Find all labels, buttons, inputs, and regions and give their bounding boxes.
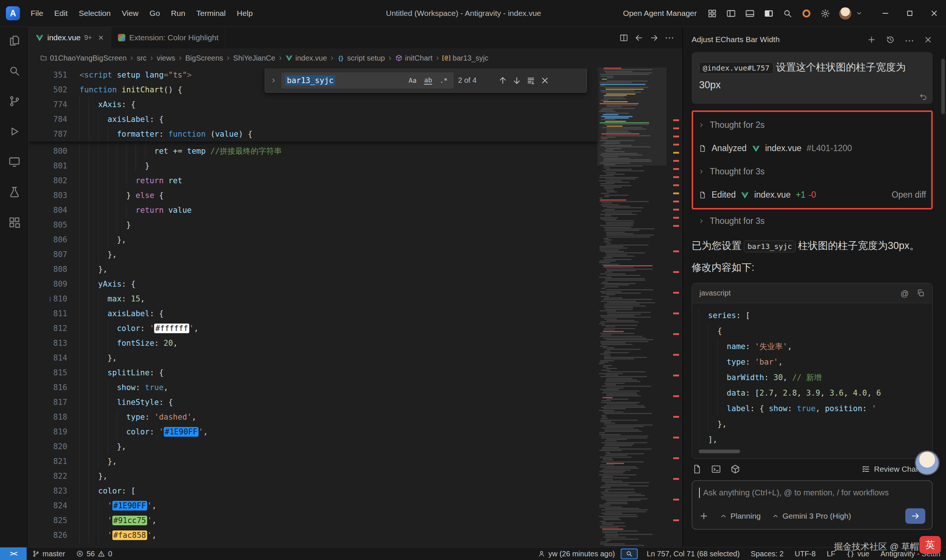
menu-terminal[interactable]: Terminal (191, 6, 231, 21)
maximize-button[interactable] (905, 9, 914, 18)
history-icon[interactable] (886, 35, 895, 44)
grid-icon[interactable] (707, 9, 717, 18)
search-view-icon[interactable] (8, 65, 21, 77)
layout-secondary-sidebar-icon[interactable] (764, 9, 774, 18)
search-icon[interactable] (782, 9, 793, 18)
explorer-icon[interactable] (8, 34, 21, 47)
breadcrumb-item[interactable]: {}script setup (337, 54, 385, 62)
symbol-icon: [@] (443, 54, 450, 62)
line-number: 820 (29, 439, 79, 454)
match-case-icon[interactable]: Aa (406, 75, 419, 86)
tab-index-vue[interactable]: index.vue 9+ (29, 27, 111, 48)
run-debug-icon[interactable] (8, 125, 21, 138)
open-agent-manager-button[interactable]: Open Agent Manager (623, 9, 697, 18)
mode-selector[interactable]: Planning (720, 512, 761, 520)
more-actions-icon[interactable]: ⋯ (665, 32, 674, 44)
model-selector[interactable]: Gemini 3 Pro (High) (772, 512, 851, 520)
commit-info[interactable]: yw (26 minutes ago) (532, 548, 620, 560)
terminal-icon[interactable] (711, 464, 721, 474)
line-number: 800 (29, 144, 79, 158)
source-control-icon[interactable] (8, 95, 21, 108)
zoom-indicator[interactable] (621, 549, 638, 559)
gear-icon[interactable] (820, 9, 830, 18)
open-file-icon[interactable] (692, 464, 702, 474)
toggle-replace-icon[interactable] (270, 77, 277, 84)
breadcrumb-item[interactable]: 01ChaoYangBigScreen (40, 54, 127, 62)
code-line: 822}, (29, 469, 597, 483)
breadcrumb-label: initChart (405, 54, 432, 62)
close-window-button[interactable] (930, 9, 938, 18)
close-find-icon[interactable] (540, 76, 550, 85)
step-thought[interactable]: Thought for 2s (698, 114, 926, 137)
close-tab-icon[interactable] (97, 34, 104, 41)
extensions-icon[interactable] (8, 216, 21, 229)
testing-icon[interactable] (8, 186, 21, 198)
split-editor-icon[interactable] (619, 33, 628, 43)
menu-view[interactable]: View (116, 6, 144, 21)
encoding-indicator[interactable]: UTF-8 (789, 548, 821, 560)
code-line: 774xAxis: { (29, 97, 597, 112)
file-reference-chip[interactable]: @index.vue#L757 (699, 62, 773, 74)
breadcrumb-item[interactable]: ShiYeJianCe (233, 54, 275, 62)
step-thought[interactable]: Thought for 3s (698, 160, 926, 183)
close-panel-icon[interactable] (923, 35, 933, 44)
find-widget[interactable]: bar13_syjc Aa ab .* 2 of 4 (265, 68, 587, 93)
menu-selection[interactable]: Selection (73, 6, 116, 21)
previous-match-icon[interactable] (498, 76, 508, 85)
tab-color-highlight[interactable]: Extension: Color Highlight (111, 27, 225, 48)
layout-panel-icon[interactable] (745, 9, 755, 18)
tab-label: Extension: Color Highlight (129, 33, 219, 42)
line-number: 801 (29, 158, 79, 173)
agent-panel: Adjust ECharts Bar Width ⋯ @index.vue#L7… (682, 27, 946, 547)
chat-input-box[interactable]: Ask anything (Ctrl+L), @ to mention, / f… (692, 480, 933, 530)
overview-ruler[interactable] (668, 68, 682, 547)
open-diff-link[interactable]: Open diff (892, 190, 926, 200)
find-in-selection-icon[interactable] (526, 76, 536, 85)
sponsor-icon[interactable] (801, 9, 812, 18)
chevron-down-icon[interactable] (856, 10, 863, 17)
send-button[interactable] (905, 508, 925, 524)
new-conversation-icon[interactable] (867, 35, 876, 44)
find-input[interactable]: bar13_syjc Aa ab .* (281, 72, 454, 89)
breadcrumb-item[interactable]: BigScreens (185, 54, 223, 62)
remote-explorer-icon[interactable] (8, 155, 21, 168)
panel-scrollbar[interactable] (941, 59, 945, 114)
ruler-mark (673, 292, 679, 294)
breadcrumb-item[interactable]: index.vue (285, 54, 327, 62)
menu-go[interactable]: Go (144, 6, 166, 21)
problems-indicator[interactable]: 56 0 (71, 548, 117, 560)
cursor-position[interactable]: Ln 757, Col 71 (68 selected) (641, 548, 745, 560)
layout-sidebar-icon[interactable] (726, 9, 736, 18)
menu-edit[interactable]: Edit (49, 6, 73, 21)
next-match-icon[interactable] (512, 76, 522, 85)
regex-icon[interactable]: .* (437, 75, 450, 86)
mention-icon[interactable]: @ (901, 289, 909, 297)
navigate-forward-icon[interactable] (650, 33, 659, 43)
breadcrumb-item[interactable]: initChart (395, 54, 432, 62)
breadcrumb-item[interactable]: views (157, 54, 175, 62)
avatar[interactable] (839, 8, 851, 20)
remote-indicator[interactable]: >< (0, 548, 26, 560)
more-icon[interactable]: ⋯ (904, 35, 914, 44)
menu-file[interactable]: File (25, 6, 49, 21)
step-analyzed[interactable]: Analyzedindex.vue#L401-1200 (698, 137, 926, 160)
git-branch[interactable]: master (26, 548, 71, 560)
copy-icon[interactable] (917, 289, 925, 297)
minimize-button[interactable] (881, 9, 890, 18)
step-thought[interactable]: Thought for 3s (698, 209, 926, 233)
menu-run[interactable]: Run (166, 6, 191, 21)
menu-help[interactable]: Help (231, 6, 258, 21)
step-edited[interactable]: Editedindex.vue+1-0Open diff (698, 183, 926, 206)
whole-word-icon[interactable]: ab (422, 75, 434, 86)
app-logo-icon[interactable]: A (6, 6, 20, 20)
horizontal-scrollbar[interactable] (699, 449, 740, 453)
artifacts-icon[interactable] (730, 464, 741, 474)
breadcrumb-item[interactable]: [@]bar13_syjc (443, 54, 488, 62)
indent-settings[interactable]: Spaces: 2 (745, 548, 789, 560)
code-editor[interactable]: 800ret += temp //拼接最终的字符串801}802return r… (29, 68, 682, 547)
minimap[interactable] (597, 68, 667, 547)
attach-icon[interactable] (699, 511, 709, 521)
undo-icon[interactable] (920, 93, 927, 101)
breadcrumb-item[interactable]: src (137, 54, 147, 62)
navigate-back-icon[interactable] (634, 33, 644, 43)
